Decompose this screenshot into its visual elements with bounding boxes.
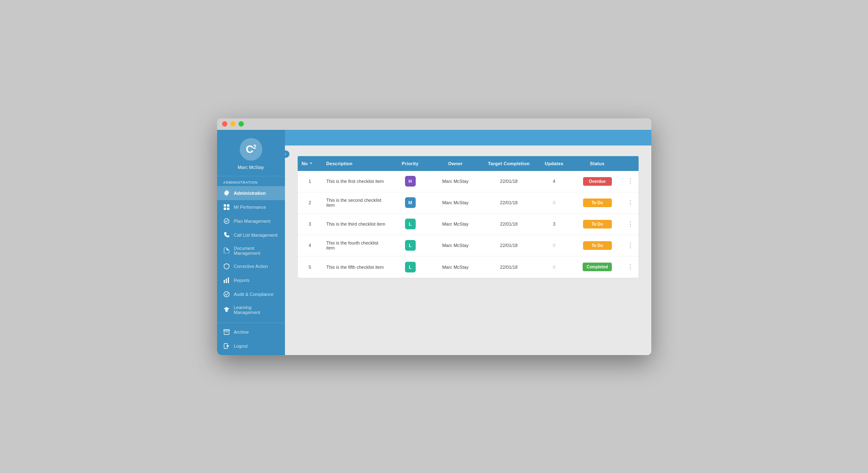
- status-badge: Completed: [583, 263, 612, 271]
- svg-rect-9: [224, 330, 229, 331]
- svg-point-8: [224, 291, 229, 297]
- sidebar-item-label-administration: Administration: [234, 191, 266, 196]
- svg-rect-1: [227, 204, 229, 207]
- bar-chart-icon: [223, 277, 230, 284]
- col-header-no[interactable]: No ▼: [298, 156, 322, 171]
- graduation-icon: [223, 307, 230, 313]
- archive-icon: [223, 329, 230, 335]
- row-menu-button[interactable]: ⋮: [622, 261, 639, 273]
- cell-no: 1: [298, 175, 322, 188]
- status-badge: To Do: [583, 241, 612, 250]
- cell-target-completion: 22/01/18: [482, 261, 536, 274]
- cell-updates: 4: [536, 175, 573, 188]
- cell-status: To Do: [573, 216, 622, 233]
- document-icon: [223, 247, 230, 254]
- cell-updates: 0: [536, 196, 573, 209]
- row-menu-button[interactable]: ⋮: [622, 218, 639, 230]
- sidebar-item-corrective-action[interactable]: Corrective Action: [217, 259, 285, 273]
- cell-no: 3: [298, 217, 322, 231]
- minimize-button[interactable]: [230, 121, 236, 127]
- status-badge: To Do: [583, 220, 612, 228]
- username: Marc McStay: [238, 165, 264, 170]
- cell-target-completion: 22/01/18: [482, 239, 536, 252]
- maximize-button[interactable]: [238, 121, 244, 127]
- cell-description: This is the second checklist item: [322, 194, 392, 212]
- app-container: ‹ C2 Marc McStay Administration Administ…: [217, 130, 651, 355]
- sidebar-item-archive[interactable]: Archive: [217, 325, 285, 339]
- cell-description: This is the third checklist item: [322, 217, 392, 231]
- col-header-description: Description: [322, 156, 392, 171]
- priority-badge: L: [405, 240, 416, 251]
- plan-icon: [223, 218, 230, 224]
- cell-owner: Marc McStay: [429, 175, 482, 188]
- col-header-priority: Priority: [392, 156, 429, 171]
- compliance-icon: [223, 291, 230, 298]
- top-bar: [285, 130, 651, 145]
- cell-target-completion: 22/01/18: [482, 217, 536, 231]
- svg-rect-2: [224, 208, 226, 210]
- main-content: No ▼ Description Priority Owner Target C…: [285, 130, 651, 355]
- phone-icon: [223, 232, 230, 238]
- sidebar: ‹ C2 Marc McStay Administration Administ…: [217, 130, 285, 355]
- data-table: No ▼ Description Priority Owner Target C…: [297, 156, 639, 278]
- status-badge: To Do: [583, 198, 612, 207]
- table-row: 4 This is the fourth checklist item L Ma…: [298, 235, 639, 256]
- sidebar-item-label-plan-management: Plan Management: [234, 219, 271, 224]
- cell-no: 2: [298, 196, 322, 209]
- table-row: 5 This is the fifth checklist item L Mar…: [298, 256, 639, 278]
- sidebar-bottom: Archive Logout: [217, 323, 285, 355]
- cell-description: This is the fourth checklist item: [322, 236, 392, 254]
- sidebar-item-label-audit: Audit & Compliance: [234, 292, 274, 297]
- row-menu-button[interactable]: ⋮: [622, 197, 639, 209]
- sidebar-item-logout[interactable]: Logout: [217, 339, 285, 353]
- sidebar-item-label-logout: Logout: [234, 344, 248, 348]
- col-header-status: Status: [573, 156, 622, 171]
- sort-icon: ▼: [309, 162, 312, 165]
- cell-target-completion: 22/01/18: [482, 175, 536, 188]
- row-menu-button[interactable]: ⋮: [622, 240, 639, 251]
- col-header-target-completion: Target Completion: [482, 156, 536, 171]
- cell-status: To Do: [573, 237, 622, 254]
- grid-icon: [223, 204, 230, 210]
- sidebar-item-audit-compliance[interactable]: Audit & Compliance: [217, 287, 285, 301]
- status-badge: Overdue: [583, 177, 612, 186]
- priority-badge: H: [405, 176, 416, 187]
- sidebar-item-plan-management[interactable]: Plan Management: [217, 214, 285, 228]
- col-header-updates: Updates: [536, 156, 573, 171]
- cell-priority: H: [392, 172, 429, 191]
- sidebar-item-mi-performance[interactable]: MI Performance: [217, 200, 285, 214]
- sidebar-item-document-management[interactable]: Document Management: [217, 242, 285, 259]
- cell-no: 4: [298, 239, 322, 252]
- table-header: No ▼ Description Priority Owner Target C…: [298, 156, 639, 171]
- col-header-actions: [622, 156, 639, 171]
- cell-updates: 3: [536, 217, 573, 231]
- gear-icon: [223, 190, 230, 196]
- row-menu-button[interactable]: ⋮: [622, 175, 639, 187]
- sidebar-item-learning-management[interactable]: Learning Management: [217, 301, 285, 318]
- col-header-owner: Owner: [429, 156, 482, 171]
- sidebar-item-call-list-management[interactable]: Call List Management: [217, 228, 285, 242]
- logout-icon: [223, 343, 230, 349]
- table-row: 3 This is the third checklist item L Mar…: [298, 214, 639, 235]
- priority-badge: M: [405, 197, 416, 208]
- sidebar-item-administration[interactable]: Administration: [217, 186, 285, 200]
- sidebar-item-label-mi-performance: MI Performance: [234, 205, 266, 210]
- svg-rect-6: [226, 279, 227, 283]
- close-button[interactable]: [222, 121, 227, 127]
- sidebar-nav: Administration MI Performance: [217, 186, 285, 318]
- sidebar-item-reports[interactable]: Reports: [217, 273, 285, 287]
- sidebar-item-label-document: Document Management: [234, 246, 279, 256]
- table-body: 1 This is the first checklist item H Mar…: [298, 171, 639, 278]
- cell-owner: Marc McStay: [429, 196, 482, 209]
- content-area: No ▼ Description Priority Owner Target C…: [285, 145, 651, 355]
- cell-status: Completed: [573, 258, 622, 275]
- cell-priority: L: [392, 258, 429, 277]
- sidebar-header: C2 Marc McStay: [217, 130, 285, 176]
- shield-icon: [223, 263, 230, 270]
- cell-priority: M: [392, 193, 429, 212]
- svg-rect-7: [228, 277, 229, 283]
- cell-owner: Marc McStay: [429, 217, 482, 231]
- svg-rect-5: [224, 280, 225, 283]
- table-row: 1 This is the first checklist item H Mar…: [298, 171, 639, 192]
- collapse-button[interactable]: ‹: [282, 150, 289, 158]
